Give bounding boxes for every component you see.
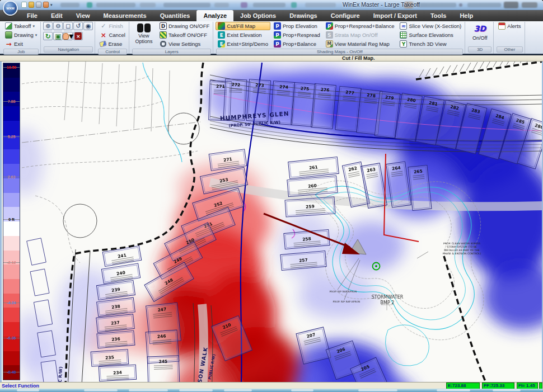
prop-respread-button[interactable]: Prop+Respread <box>272 31 322 39</box>
prop-balance-icon <box>274 40 281 48</box>
open-folder-icon[interactable] <box>29 2 34 8</box>
lot-274: 274 <box>270 81 294 125</box>
takeoff-on-off-button[interactable]: Takeoff ON/OFF <box>157 31 212 39</box>
svg-text:275: 275 <box>300 86 309 91</box>
ribbon-group-navigation: ▾Navigation <box>42 22 95 54</box>
ribbon-group-control: FinishCancelEraseControl <box>96 22 129 54</box>
view-material-reg-map-button[interactable]: View Material Reg Map <box>324 40 397 48</box>
prop-respread-icon <box>274 31 281 39</box>
fit-view-button[interactable] <box>53 32 63 40</box>
legend-label: 2.63 <box>3 175 20 179</box>
slice-view-x-section-button[interactable]: Slice View (X-Section) <box>397 22 464 30</box>
strata-icon <box>326 31 333 39</box>
lot-261: 261 <box>288 157 339 178</box>
deselect-button[interactable] <box>73 32 83 40</box>
map-label-prop-rip-rap-apron: PROP. RIP RAP APRON <box>330 290 357 293</box>
map-viewport[interactable]: 2712722732742752762772782792802812822832… <box>0 62 543 382</box>
drawing-onoff-icon <box>160 22 167 30</box>
finish-button[interactable]: Finish <box>97 22 128 30</box>
group-caption: Layers <box>132 49 211 55</box>
fit-icon <box>54 32 62 40</box>
ribbon-group-other: AlertsOther <box>495 22 525 54</box>
svg-text:273: 273 <box>255 83 264 88</box>
new-document-icon[interactable] <box>21 2 27 8</box>
button-label: Slice View (X-Section) <box>409 23 461 29</box>
titlebar-blur-blob <box>522 2 537 8</box>
prop-respread-balance-button[interactable]: Prop+Respread+Balance <box>324 22 397 30</box>
takeoff-onoff-icon <box>160 31 167 39</box>
view-options-button[interactable]: View Options <box>132 22 156 45</box>
on-off-button[interactable]: On/Off <box>467 22 492 42</box>
map-label-installed-as-part-of-the: INSTALLED AS PART OF THE <box>444 249 480 252</box>
menu-help[interactable]: Help <box>453 10 480 21</box>
legend-label: 7.88 <box>3 100 20 103</box>
legend-step <box>3 236 20 251</box>
button-label: Exit <box>14 41 23 47</box>
hand-icon[interactable] <box>43 2 49 8</box>
finish-icon <box>100 22 107 30</box>
zoom-previous-button[interactable] <box>73 22 83 30</box>
legend-label: 0 ft <box>3 218 20 221</box>
menu-edit[interactable]: Edit <box>44 10 69 21</box>
strata-map-on-off-button[interactable]: Strata Map On/Off <box>324 31 397 39</box>
material-map-icon <box>326 40 333 48</box>
legend-step <box>3 193 20 207</box>
menu-analyze[interactable]: Analyze <box>196 10 233 21</box>
print-icon[interactable] <box>36 2 41 8</box>
drawing-on-off-button[interactable]: Drawing ON/OFF <box>157 22 212 30</box>
svg-text:238: 238 <box>111 304 121 310</box>
taskbar-item <box>437 389 470 391</box>
prop-elev-icon <box>274 22 281 30</box>
zoom-extents-button[interactable] <box>83 22 93 30</box>
pan-button[interactable]: ▾ <box>63 32 73 40</box>
legend-step <box>3 265 20 279</box>
titlebar-blur-blob <box>305 3 336 7</box>
trench-icon <box>400 40 407 48</box>
button-label: View Material Reg Map <box>335 41 390 47</box>
exist-elevation-button[interactable]: Exist Elevation <box>216 31 270 39</box>
prop-elevation-button[interactable]: Prop Elevation <box>272 22 322 30</box>
drawing-button[interactable]: Drawing▾ <box>3 31 39 39</box>
menu-configure[interactable]: Configure <box>324 10 367 21</box>
zoom-window-icon <box>64 22 72 30</box>
prop-balance-button[interactable]: Prop+Balance <box>272 40 322 48</box>
takeoff-button[interactable]: Takeoff▾ <box>3 22 39 30</box>
map-label-stormwater: STORMWATER <box>372 295 404 300</box>
map-label-prop-clean-water-bypass: PROP. CLEAN WATER BYPASS <box>443 242 480 245</box>
zoom-out-button[interactable] <box>53 22 63 30</box>
menu-drawings[interactable]: Drawings <box>283 10 324 21</box>
button-label: Cancel <box>109 32 125 38</box>
titlebar-blur-blob <box>291 2 297 8</box>
alerts-button[interactable]: Alerts <box>496 22 523 30</box>
zoom-window-button[interactable] <box>63 22 73 30</box>
button-label: Surface Elevations <box>409 32 453 38</box>
erase-button[interactable]: Erase <box>97 40 128 48</box>
titlebar-blur-blob <box>163 3 210 7</box>
cutfill-legend: 10.507.885.252.630 ft-2.12-4.24-6.36-8.4… <box>3 63 20 380</box>
trench-3d-view-button[interactable]: Trench 3D View <box>397 40 464 48</box>
button-label: Erase <box>108 41 122 47</box>
menu-measurements[interactable]: Measurements <box>97 10 153 21</box>
taskbar-item <box>84 389 118 391</box>
cancel-button[interactable]: Cancel <box>97 31 128 39</box>
ribbon-group-3d: On/Off3D <box>466 22 494 54</box>
surface-elevations-button[interactable]: Surface Elevations <box>397 31 464 39</box>
menu-job-options[interactable]: Job Options <box>233 10 283 21</box>
exist-strip-demo-button[interactable]: Exist+Strip/Demo <box>216 40 270 48</box>
green-marker-dot <box>375 265 377 267</box>
legend-step <box>3 178 20 193</box>
refresh-button[interactable] <box>43 32 53 40</box>
menu-quantities[interactable]: Quantities <box>153 10 197 21</box>
app-menu-orb[interactable]: WXM <box>3 1 18 16</box>
zoom-prev-icon <box>74 22 82 30</box>
menu-import-export[interactable]: Import / Export <box>367 10 424 21</box>
qat-dropdown-icon[interactable]: ▾ <box>50 2 53 8</box>
view-settings-button[interactable]: View Settings <box>157 40 212 48</box>
menu-view[interactable]: View <box>69 10 97 21</box>
slice-icon <box>400 22 407 30</box>
cut-fill-map-button[interactable]: Cut/Fill Map <box>216 22 270 30</box>
menu-file[interactable]: File <box>20 10 44 21</box>
exit-button[interactable]: Exit <box>3 40 39 48</box>
zoom-in-button[interactable] <box>43 22 53 30</box>
menu-tools[interactable]: Tools <box>424 10 453 21</box>
